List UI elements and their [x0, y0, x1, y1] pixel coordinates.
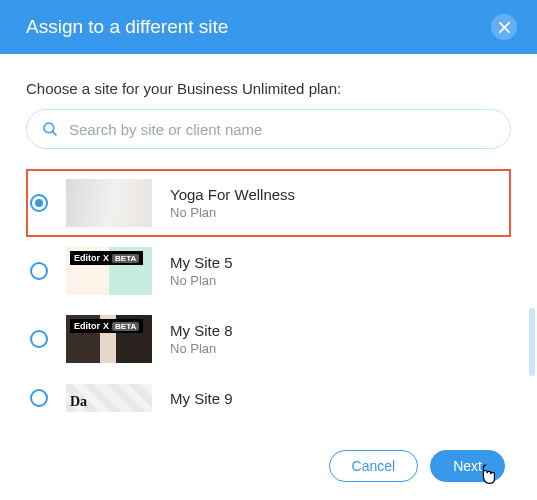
site-info: My Site 5 No Plan — [170, 254, 233, 288]
site-plan: No Plan — [170, 205, 295, 220]
site-row[interactable]: Yoga For Wellness No Plan — [26, 169, 511, 237]
site-info: Yoga For Wellness No Plan — [170, 186, 295, 220]
editorx-badge: EditorX BETA — [70, 319, 143, 333]
next-button[interactable]: Next — [430, 450, 505, 482]
site-thumbnail: EditorX BETA — [66, 247, 152, 295]
svg-line-1 — [53, 132, 56, 135]
site-plan: No Plan — [170, 273, 233, 288]
radio-button[interactable] — [30, 262, 48, 280]
close-icon — [499, 22, 510, 33]
site-list: Yoga For Wellness No Plan EditorX BETA M… — [26, 169, 511, 413]
site-name: My Site 5 — [170, 254, 233, 271]
site-name: My Site 9 — [170, 390, 233, 407]
close-button[interactable] — [491, 14, 517, 40]
site-thumbnail: Da — [66, 384, 152, 412]
site-row[interactable]: EditorX BETA My Site 5 No Plan — [26, 237, 511, 305]
cancel-button[interactable]: Cancel — [329, 450, 419, 482]
modal-footer: Cancel Next — [0, 432, 537, 500]
radio-button[interactable] — [30, 194, 48, 212]
site-info: My Site 9 — [170, 390, 233, 407]
editorx-badge: EditorX BETA — [70, 251, 143, 265]
site-thumbnail: EditorX BETA — [66, 315, 152, 363]
site-row[interactable]: EditorX BETA My Site 8 No Plan — [26, 305, 511, 373]
search-field[interactable] — [26, 109, 511, 149]
radio-button[interactable] — [30, 330, 48, 348]
scrollbar[interactable] — [529, 308, 535, 376]
site-row[interactable]: Da My Site 9 — [26, 373, 511, 413]
site-thumbnail — [66, 179, 152, 227]
search-input[interactable] — [69, 121, 496, 138]
radio-button[interactable] — [30, 389, 48, 407]
site-info: My Site 8 No Plan — [170, 322, 233, 356]
site-plan: No Plan — [170, 341, 233, 356]
modal-title: Assign to a different site — [26, 16, 228, 38]
site-name: My Site 8 — [170, 322, 233, 339]
modal-body: Choose a site for your Business Unlimite… — [0, 54, 537, 413]
search-icon — [41, 120, 59, 138]
site-name: Yoga For Wellness — [170, 186, 295, 203]
modal-header: Assign to a different site — [0, 0, 537, 54]
prompt-text: Choose a site for your Business Unlimite… — [26, 80, 511, 97]
